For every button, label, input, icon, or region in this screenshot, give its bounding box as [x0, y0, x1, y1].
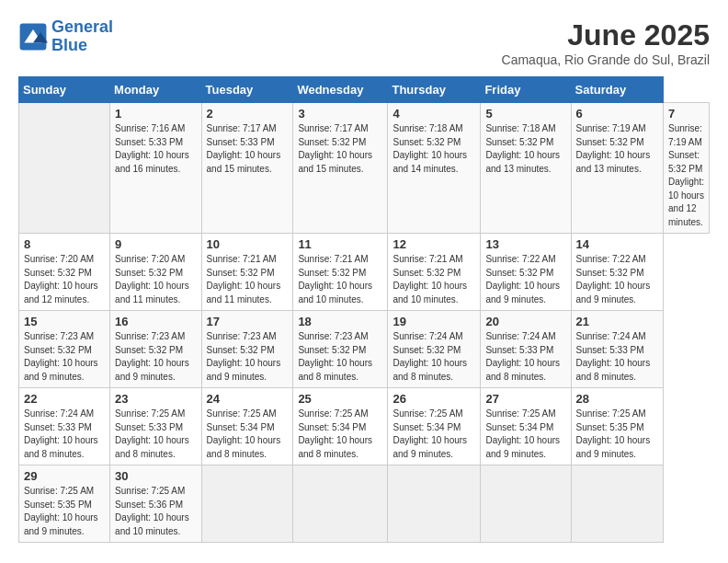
day-number: 21 [576, 315, 658, 328]
logo-blue: Blue [51, 37, 113, 55]
day-info: Sunrise: 7:23 AMSunset: 5:32 PMDaylight:… [298, 330, 382, 384]
day-info: Sunrise: 7:17 AMSunset: 5:32 PMDaylight:… [298, 122, 382, 176]
day-info: Sunrise: 7:25 AMSunset: 5:34 PMDaylight:… [392, 408, 475, 461]
calendar-cell: 5Sunrise: 7:18 AMSunset: 5:32 PMDaylight… [481, 103, 571, 234]
column-header-wednesday: Wednesday [293, 77, 388, 103]
day-info: Sunrise: 7:21 AMSunset: 5:32 PMDaylight:… [298, 253, 382, 306]
logo-text: General Blue [51, 18, 113, 55]
day-number: 6 [576, 107, 658, 121]
calendar-cell: 30Sunrise: 7:25 AMSunset: 5:36 PMDayligh… [110, 465, 201, 543]
day-info: Sunrise: 7:23 AMSunset: 5:32 PMDaylight:… [24, 330, 105, 384]
calendar-cell: 12Sunrise: 7:21 AMSunset: 5:32 PMDayligh… [388, 234, 481, 311]
day-number: 3 [298, 107, 382, 121]
calendar-cell [201, 465, 293, 543]
calendar-cell [388, 465, 481, 543]
day-number: 9 [115, 237, 196, 251]
day-info: Sunrise: 7:25 AMSunset: 5:33 PMDaylight:… [115, 408, 196, 461]
calendar-cell [481, 465, 571, 543]
day-info: Sunrise: 7:25 AMSunset: 5:36 PMDaylight:… [115, 485, 196, 538]
day-info: Sunrise: 7:25 AMSunset: 5:34 PMDaylight:… [207, 408, 289, 461]
calendar-cell: 26Sunrise: 7:25 AMSunset: 5:34 PMDayligh… [388, 388, 481, 465]
day-number: 16 [115, 315, 196, 328]
calendar-cell: 17Sunrise: 7:23 AMSunset: 5:32 PMDayligh… [201, 311, 293, 388]
day-number: 23 [115, 392, 196, 406]
calendar-cell: 4Sunrise: 7:18 AMSunset: 5:32 PMDaylight… [388, 103, 481, 234]
day-number: 15 [24, 315, 105, 328]
calendar-cell: 23Sunrise: 7:25 AMSunset: 5:33 PMDayligh… [110, 388, 201, 465]
day-number: 30 [115, 469, 196, 483]
day-info: Sunrise: 7:17 AMSunset: 5:33 PMDaylight:… [207, 122, 289, 176]
day-info: Sunrise: 7:18 AMSunset: 5:32 PMDaylight:… [485, 122, 565, 176]
day-number: 18 [298, 315, 382, 328]
page-header: General Blue June 2025 Camaqua, Rio Gran… [18, 18, 710, 67]
day-info: Sunrise: 7:23 AMSunset: 5:32 PMDaylight:… [115, 330, 196, 384]
calendar-cell: 16Sunrise: 7:23 AMSunset: 5:32 PMDayligh… [110, 311, 201, 388]
day-info: Sunrise: 7:23 AMSunset: 5:32 PMDaylight:… [207, 330, 289, 384]
column-header-tuesday: Tuesday [201, 77, 293, 103]
calendar-cell: 1Sunrise: 7:16 AMSunset: 5:33 PMDaylight… [110, 103, 201, 234]
calendar-cell: 29Sunrise: 7:25 AMSunset: 5:35 PMDayligh… [19, 465, 110, 543]
day-info: Sunrise: 7:21 AMSunset: 5:32 PMDaylight:… [392, 253, 475, 306]
calendar-cell: 7Sunrise: 7:19 AMSunset: 5:32 PMDaylight… [664, 103, 710, 234]
day-number: 10 [207, 237, 289, 251]
day-number: 27 [485, 392, 565, 406]
day-info: Sunrise: 7:20 AMSunset: 5:32 PMDaylight:… [24, 253, 105, 306]
logo-general: General [51, 17, 113, 36]
day-number: 26 [392, 392, 475, 406]
calendar-table: SundayMondayTuesdayWednesdayThursdayFrid… [18, 76, 710, 543]
calendar-cell: 25Sunrise: 7:25 AMSunset: 5:34 PMDayligh… [293, 388, 388, 465]
day-number: 29 [24, 469, 105, 483]
day-info: Sunrise: 7:19 AMSunset: 5:32 PMDaylight:… [668, 122, 704, 229]
calendar-cell: 15Sunrise: 7:23 AMSunset: 5:32 PMDayligh… [19, 311, 110, 388]
calendar-cell: 19Sunrise: 7:24 AMSunset: 5:32 PMDayligh… [388, 311, 481, 388]
calendar-cell: 28Sunrise: 7:25 AMSunset: 5:35 PMDayligh… [571, 388, 663, 465]
day-number: 12 [392, 237, 475, 251]
column-header-friday: Friday [481, 77, 571, 103]
calendar-cell [19, 103, 110, 234]
day-info: Sunrise: 7:24 AMSunset: 5:33 PMDaylight:… [485, 330, 565, 384]
calendar-week-2: 8Sunrise: 7:20 AMSunset: 5:32 PMDaylight… [19, 234, 710, 311]
day-number: 19 [392, 315, 475, 328]
column-header-saturday: Saturday [571, 77, 663, 103]
calendar-cell: 20Sunrise: 7:24 AMSunset: 5:33 PMDayligh… [481, 311, 571, 388]
column-header-monday: Monday [110, 77, 201, 103]
calendar-cell: 6Sunrise: 7:19 AMSunset: 5:32 PMDaylight… [571, 103, 663, 234]
calendar-cell: 8Sunrise: 7:20 AMSunset: 5:32 PMDaylight… [19, 234, 110, 311]
calendar-cell [571, 465, 663, 543]
day-number: 4 [392, 107, 475, 121]
calendar-cell: 14Sunrise: 7:22 AMSunset: 5:32 PMDayligh… [571, 234, 663, 311]
day-number: 24 [207, 392, 289, 406]
day-number: 17 [207, 315, 289, 328]
day-info: Sunrise: 7:20 AMSunset: 5:32 PMDaylight:… [115, 253, 196, 306]
calendar-header: SundayMondayTuesdayWednesdayThursdayFrid… [19, 77, 710, 103]
calendar-cell: 22Sunrise: 7:24 AMSunset: 5:33 PMDayligh… [19, 388, 110, 465]
location: Camaqua, Rio Grande do Sul, Brazil [502, 52, 710, 67]
calendar-week-3: 15Sunrise: 7:23 AMSunset: 5:32 PMDayligh… [19, 311, 710, 388]
day-number: 22 [24, 392, 105, 406]
calendar-cell: 24Sunrise: 7:25 AMSunset: 5:34 PMDayligh… [201, 388, 293, 465]
day-number: 1 [115, 107, 196, 121]
calendar-week-1: 1Sunrise: 7:16 AMSunset: 5:33 PMDaylight… [19, 103, 710, 234]
day-number: 25 [298, 392, 382, 406]
day-number: 11 [298, 237, 382, 251]
day-info: Sunrise: 7:24 AMSunset: 5:32 PMDaylight:… [392, 330, 475, 384]
day-number: 28 [576, 392, 658, 406]
calendar-cell: 27Sunrise: 7:25 AMSunset: 5:34 PMDayligh… [481, 388, 571, 465]
calendar-cell: 11Sunrise: 7:21 AMSunset: 5:32 PMDayligh… [293, 234, 388, 311]
day-info: Sunrise: 7:24 AMSunset: 5:33 PMDaylight:… [24, 408, 105, 461]
day-info: Sunrise: 7:18 AMSunset: 5:32 PMDaylight:… [392, 122, 475, 176]
calendar-week-5: 29Sunrise: 7:25 AMSunset: 5:35 PMDayligh… [19, 465, 710, 543]
day-info: Sunrise: 7:25 AMSunset: 5:35 PMDaylight:… [24, 485, 105, 538]
calendar-cell: 10Sunrise: 7:21 AMSunset: 5:32 PMDayligh… [201, 234, 293, 311]
column-header-thursday: Thursday [388, 77, 481, 103]
day-number: 7 [668, 107, 704, 121]
calendar-cell: 3Sunrise: 7:17 AMSunset: 5:32 PMDaylight… [293, 103, 388, 234]
day-number: 14 [576, 237, 658, 251]
calendar-week-4: 22Sunrise: 7:24 AMSunset: 5:33 PMDayligh… [19, 388, 710, 465]
day-number: 20 [485, 315, 565, 328]
calendar-body: 1Sunrise: 7:16 AMSunset: 5:33 PMDaylight… [19, 103, 710, 543]
calendar-cell: 2Sunrise: 7:17 AMSunset: 5:33 PMDaylight… [201, 103, 293, 234]
calendar-cell: 18Sunrise: 7:23 AMSunset: 5:32 PMDayligh… [293, 311, 388, 388]
calendar-cell [293, 465, 388, 543]
day-number: 8 [24, 237, 105, 251]
